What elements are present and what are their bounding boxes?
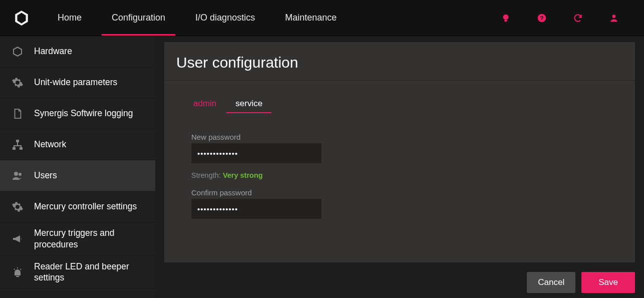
svg-rect-5 <box>16 140 19 142</box>
password-strength: Strength: Very strong <box>191 171 608 179</box>
sidebar-item-label: Users <box>34 170 57 181</box>
topbar-icons: ? <box>500 12 644 24</box>
tab-service[interactable]: service <box>233 99 264 113</box>
user-tabs: admin service <box>164 81 635 113</box>
svg-point-0 <box>503 14 509 20</box>
content-area: User configuration admin service New pas… <box>155 36 644 298</box>
strength-label: Strength: <box>191 171 221 179</box>
sidebar-item-label: Network <box>34 139 66 150</box>
svg-text:?: ? <box>540 15 543 21</box>
panel-scroll[interactable]: User configuration admin service New pas… <box>155 36 644 267</box>
gear-icon <box>11 200 24 213</box>
confirm-password-field: Confirm password <box>191 188 608 219</box>
password-form: New password Strength: Very strong Confi… <box>164 113 635 232</box>
sidebar-item-mercury-controller[interactable]: Mercury controller settings <box>0 191 155 222</box>
nav-maintenance[interactable]: Maintenance <box>270 0 352 36</box>
sidebar-item-label: Unit-wide parameters <box>34 77 117 88</box>
sidebar-item-mercury-triggers[interactable]: Mercury triggers and procedures <box>0 222 155 256</box>
document-icon <box>11 107 24 120</box>
users-icon <box>11 169 24 182</box>
new-password-label: New password <box>191 133 608 141</box>
nav-io-diagnostics[interactable]: I/O diagnostics <box>180 0 270 36</box>
page-title: User configuration <box>164 42 635 81</box>
network-icon <box>11 138 24 151</box>
panel: User configuration admin service New pas… <box>164 42 635 262</box>
camera-icon[interactable] <box>500 12 512 24</box>
svg-rect-1 <box>504 20 507 22</box>
sidebar-item-users[interactable]: Users <box>0 160 155 191</box>
nav-label: Home <box>58 13 82 23</box>
tab-label: service <box>235 99 262 108</box>
save-button[interactable]: Save <box>581 272 635 293</box>
sidebar-item-label: Hardware <box>34 46 72 57</box>
topbar: Home Configuration I/O diagnostics Maint… <box>0 0 644 36</box>
sidebar-item-hardware[interactable]: Hardware <box>0 36 155 67</box>
nav-label: Configuration <box>112 13 165 23</box>
sidebar-item-softwire-logging[interactable]: Synergis Softwire logging <box>0 98 155 129</box>
sidebar-item-label: Mercury triggers and procedures <box>34 227 144 250</box>
top-navigation: Home Configuration I/O diagnostics Maint… <box>43 0 352 36</box>
tab-label: admin <box>193 99 216 108</box>
nav-home[interactable]: Home <box>43 0 97 36</box>
beacon-icon <box>11 265 24 278</box>
confirm-password-input[interactable] <box>191 199 321 219</box>
strength-value: Very strong <box>223 171 263 179</box>
main-area: Hardware Unit-wide parameters Synergis S… <box>0 36 644 298</box>
sidebar[interactable]: Hardware Unit-wide parameters Synergis S… <box>0 36 155 298</box>
cancel-button[interactable]: Cancel <box>527 272 575 293</box>
logo-box <box>0 10 43 27</box>
action-footer: Cancel Save <box>155 267 644 298</box>
sidebar-item-label: Reader LED and beeper settings <box>34 261 144 284</box>
svg-rect-6 <box>13 147 16 150</box>
refresh-icon[interactable] <box>572 12 584 24</box>
sidebar-item-unit-parameters[interactable]: Unit-wide parameters <box>0 67 155 98</box>
sidebar-item-label: Mercury controller settings <box>34 201 137 212</box>
user-icon[interactable] <box>608 12 620 24</box>
sidebar-item-reader-led[interactable]: Reader LED and beeper settings <box>0 256 155 289</box>
cube-icon <box>11 45 24 58</box>
svg-point-4 <box>612 15 616 18</box>
svg-point-8 <box>14 172 18 176</box>
nav-configuration[interactable]: Configuration <box>97 0 180 36</box>
gear-icon <box>11 76 24 89</box>
sidebar-item-label: Synergis Softwire logging <box>34 108 133 119</box>
svg-rect-7 <box>20 147 23 150</box>
nav-label: I/O diagnostics <box>195 13 255 23</box>
help-icon[interactable]: ? <box>536 12 548 24</box>
megaphone-icon <box>11 232 24 245</box>
confirm-password-label: Confirm password <box>191 188 608 197</box>
sidebar-item-network[interactable]: Network <box>0 129 155 160</box>
app-logo-icon <box>13 10 30 27</box>
tab-admin[interactable]: admin <box>191 99 218 113</box>
svg-point-9 <box>19 173 22 176</box>
new-password-field: New password <box>191 133 608 163</box>
new-password-input[interactable] <box>191 143 321 163</box>
nav-label: Maintenance <box>285 13 337 23</box>
